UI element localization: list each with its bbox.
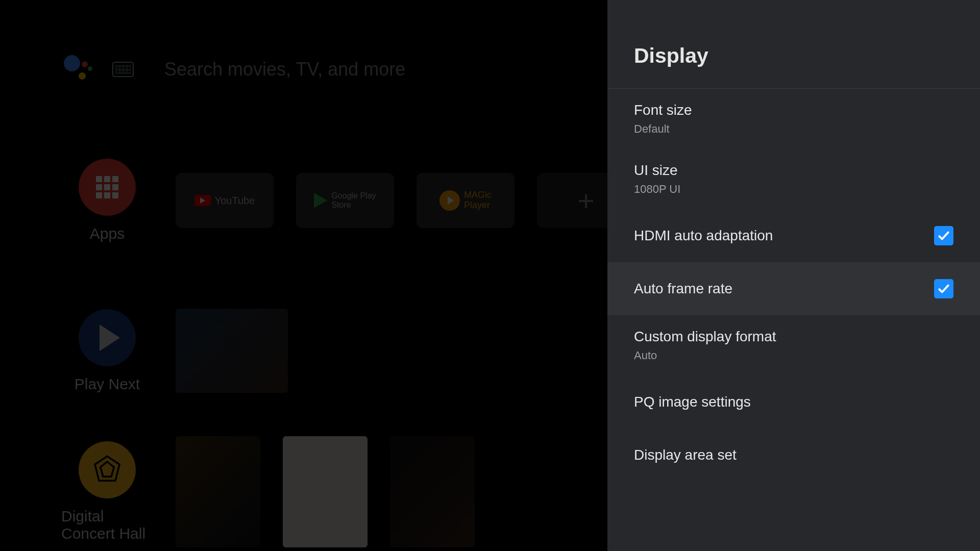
app-card-label: Google Play [331,191,376,201]
settings-item-auto-frame-rate[interactable]: Auto frame rate [607,262,980,315]
settings-item-custom-display-format[interactable]: Custom display format Auto [607,315,980,375]
settings-item-ui-size[interactable]: UI size 1080P UI [607,149,980,209]
content-card[interactable] [176,436,260,547]
settings-item-value: 1080P UI [634,183,680,196]
play-icon [79,309,136,366]
settings-item-hdmi-auto-adaptation[interactable]: HDMI auto adaptation [607,209,980,262]
content-card[interactable] [176,309,288,393]
settings-item-pq-image-settings[interactable]: PQ image settings [607,375,980,429]
settings-item-title: HDMI auto adaptation [634,228,773,244]
settings-item-display-area-set[interactable]: Display area set [607,429,980,482]
settings-item-title: Font size [634,102,692,118]
play-store-icon [314,193,327,208]
settings-item-value: Default [634,122,692,136]
checkbox-checked-icon[interactable] [934,226,953,245]
magic-player-icon [439,190,460,211]
settings-panel-header: Display [607,0,980,89]
apps-rail-head[interactable]: Apps [61,159,153,242]
settings-item-title: Display area set [634,447,737,463]
checkbox-checked-icon[interactable] [934,279,953,298]
plus-icon: + [578,184,595,217]
app-card-label: YouTube [215,195,255,207]
search-input[interactable]: Search movies, TV, and more [164,59,405,80]
settings-item-title: Auto frame rate [634,281,732,297]
play-next-rail-head[interactable]: Play Next [61,309,153,393]
apps-rail-label: Apps [90,225,125,242]
settings-item-title: Custom display format [634,329,776,345]
youtube-icon [194,195,211,206]
app-card-google-play[interactable]: Google Play Store [296,173,394,228]
dch-rail-label: Digital Concert Hall [61,508,153,542]
keyboard-icon[interactable] [112,62,134,77]
app-card-magic-player[interactable]: MAGic Player [416,173,514,228]
display-settings-panel: Display Font size Default UI size 1080P … [607,0,980,551]
assistant-icon[interactable] [61,54,92,85]
app-card-label: MAGic [464,190,492,201]
content-card[interactable] [390,436,475,547]
play-next-rail-label: Play Next [75,375,140,393]
svg-marker-1 [101,462,114,477]
content-card[interactable] [283,436,368,547]
app-card-youtube[interactable]: YouTube [176,173,274,228]
settings-item-value: Auto [634,349,776,362]
dch-icon [79,441,136,498]
apps-grid-icon [79,159,136,216]
settings-item-font-size[interactable]: Font size Default [607,89,980,149]
app-card-label: Player [464,201,492,211]
app-card-label: Store [331,201,376,210]
settings-item-title: UI size [634,162,680,179]
panel-title: Display [634,44,980,68]
dch-rail-head[interactable]: Digital Concert Hall [61,441,153,542]
settings-item-title: PQ image settings [634,394,751,410]
